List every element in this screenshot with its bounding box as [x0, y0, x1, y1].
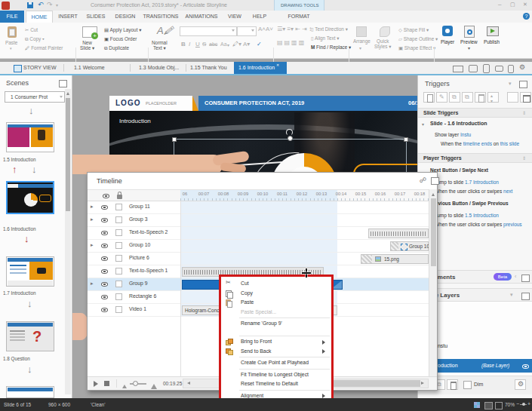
- triggers-dropdown-icon[interactable]: ▾: [509, 81, 512, 87]
- zoom-slider[interactable]: [520, 404, 527, 405]
- focus-order-button[interactable]: ▣ Focus Order: [104, 36, 137, 42]
- menu-item-create-cue-point[interactable]: Create Cue Point at Playhead: [221, 358, 331, 368]
- minimize-button[interactable]: –: [498, 1, 501, 8]
- timeline-float-icon[interactable]: [431, 177, 439, 185]
- menu-item-copy[interactable]: Copy: [221, 289, 331, 299]
- expand-icon[interactable]: ▸: [91, 242, 94, 248]
- lock-checkbox[interactable]: [115, 229, 122, 236]
- find-replace-button[interactable]: M Find / Replace ▾: [311, 44, 351, 51]
- eye-icon[interactable]: [101, 244, 108, 248]
- expand-icon[interactable]: ▸: [91, 216, 94, 222]
- selection-handle[interactable]: [172, 137, 177, 142]
- lock-checkbox[interactable]: [115, 216, 122, 223]
- apply-layout-button[interactable]: ▤ Apply Layout ▾: [104, 27, 141, 33]
- spellcheck-button[interactable]: ✓: [257, 41, 262, 48]
- slide-caption[interactable]: Introduction: [119, 118, 151, 124]
- close-button[interactable]: ✕: [523, 2, 527, 8]
- panel-view-icon[interactable]: [484, 402, 493, 409]
- trigger-link[interactable]: 1.7 Introduction: [465, 179, 499, 185]
- tab-file[interactable]: FILE: [0, 11, 24, 23]
- timeline-ruler[interactable]: 06 00:07 00:08 00:09 00:10 00:11 00:12 0…: [180, 190, 429, 201]
- paste-button[interactable]: Paste ▾: [3, 25, 21, 55]
- zoom-in-icon[interactable]: [151, 381, 157, 389]
- trigger-link[interactable]: timeline ends: [463, 141, 492, 146]
- redo-icon[interactable]: ↷: [47, 1, 53, 8]
- duplicate-button[interactable]: ⧉ Duplicate: [104, 45, 129, 51]
- eye-column-icon[interactable]: [103, 194, 109, 198]
- lock-checkbox[interactable]: [115, 306, 122, 313]
- rotation-handle[interactable]: [286, 129, 293, 136]
- dim-checkbox[interactable]: [463, 381, 472, 389]
- zoom-slider-knob[interactable]: [522, 403, 525, 406]
- scene-thumbnail-1-6-selected[interactable]: [6, 181, 54, 214]
- lock-checkbox[interactable]: [115, 255, 122, 262]
- scene-thumbnail-partial[interactable]: [6, 386, 54, 398]
- trigger-wizard-button[interactable]: [520, 92, 531, 103]
- menu-item-bring-to-front[interactable]: Bring to Front: [221, 337, 331, 347]
- trigger-link[interactable]: 1.5 Introduction: [465, 213, 499, 218]
- layer-eye-icon[interactable]: [522, 364, 529, 369]
- menu-item-fit-timeline[interactable]: Fit Timeline to Longest Object: [221, 370, 331, 380]
- tab-view[interactable]: VIEW: [222, 11, 248, 23]
- delete-trigger-button[interactable]: [475, 92, 486, 103]
- maximize-button[interactable]: ▢: [510, 2, 515, 8]
- timeline-row-group3[interactable]: ▸ Group 3: [88, 214, 429, 227]
- eye-icon[interactable]: [101, 218, 108, 222]
- format-painter-button[interactable]: 🖉 Format Painter: [25, 45, 63, 51]
- tab-thank-you[interactable]: 1.15 Thank You: [190, 62, 227, 74]
- play-button[interactable]: [94, 381, 101, 387]
- scene-thumbnail-1-7[interactable]: [6, 256, 54, 287]
- group-collapse-icon[interactable]: ▾: [422, 121, 424, 127]
- scene-thumbnail-1-5[interactable]: [6, 122, 54, 152]
- selection-handle[interactable]: [288, 136, 293, 141]
- layers-float-icon[interactable]: [521, 293, 530, 300]
- cut-button[interactable]: ✂ Cut: [25, 27, 38, 33]
- lock-checkbox[interactable]: [115, 293, 122, 300]
- change-case-button[interactable]: Aa: [220, 41, 227, 47]
- tab-design[interactable]: DESIGN: [110, 11, 140, 23]
- tab-help[interactable]: HELP: [248, 11, 272, 23]
- highlight-button[interactable]: 🖍▾: [232, 41, 241, 48]
- paste-trigger-button[interactable]: ⧉: [462, 92, 473, 103]
- preview-settings-gear-icon[interactable]: ⚙: [519, 63, 525, 71]
- help-icon[interactable]: ?: [523, 13, 530, 20]
- menu-item-send-to-back[interactable]: Send to Back: [221, 347, 331, 357]
- scenes-float-icon[interactable]: [59, 80, 67, 87]
- align-text-button[interactable]: ▯ Align Text ▾: [311, 35, 340, 41]
- reorder-trigger-button[interactable]: ▴▾: [487, 92, 499, 103]
- object-bar-picture6[interactable]: 15.png: [361, 254, 429, 264]
- selection-handle[interactable]: [404, 137, 408, 142]
- shape-fill-button[interactable]: ◇ Shape Fill ▾: [398, 27, 429, 33]
- lock-checkbox[interactable]: [115, 204, 122, 210]
- zoom-in-button[interactable]: +: [527, 401, 530, 406]
- next-trigger-action[interactable]: Jump to slide 1.7 Introduction: [435, 179, 499, 185]
- clear-format-button[interactable]: abc: [209, 41, 217, 47]
- font-color-button[interactable]: A▾: [243, 41, 250, 48]
- new-trigger-button[interactable]: [423, 92, 435, 103]
- device-phone-landscape-icon[interactable]: [495, 66, 503, 72]
- eye-icon[interactable]: [101, 269, 108, 274]
- grid-view-icon[interactable]: [474, 402, 480, 408]
- stop-button[interactable]: [104, 381, 109, 386]
- lock-checkbox[interactable]: [115, 242, 122, 249]
- eye-icon[interactable]: [101, 205, 108, 210]
- font-name-select[interactable]: [180, 26, 237, 36]
- tab-insert[interactable]: INSERT: [54, 11, 81, 23]
- zoom-out-icon[interactable]: [122, 382, 127, 388]
- edit-trigger-button[interactable]: ✎: [436, 92, 447, 103]
- lock-column-icon[interactable]: [117, 195, 122, 199]
- copy-button[interactable]: ⧉ Copy ▾: [25, 36, 45, 42]
- layer-item[interactable]: Instu: [436, 343, 447, 348]
- undo-icon[interactable]: ↶: [38, 1, 44, 8]
- player-triggers-header[interactable]: Player Triggers ⇕: [418, 153, 532, 163]
- expand-icon[interactable]: ▸: [91, 281, 94, 287]
- new-slide-button[interactable]: + NewSlide ▾: [78, 25, 101, 57]
- collapse-icon[interactable]: ⇕: [522, 110, 526, 115]
- tab-home[interactable]: HOME: [26, 11, 53, 23]
- collapse-icon[interactable]: ⇕: [522, 155, 526, 161]
- menu-item-cut[interactable]: ✂ Cut: [221, 279, 331, 289]
- tab-welcome[interactable]: 1.1 Welcome: [74, 62, 105, 74]
- trigger-link[interactable]: Instu: [460, 132, 471, 137]
- zoom-out-button[interactable]: −: [516, 401, 519, 406]
- eye-icon[interactable]: [101, 295, 108, 299]
